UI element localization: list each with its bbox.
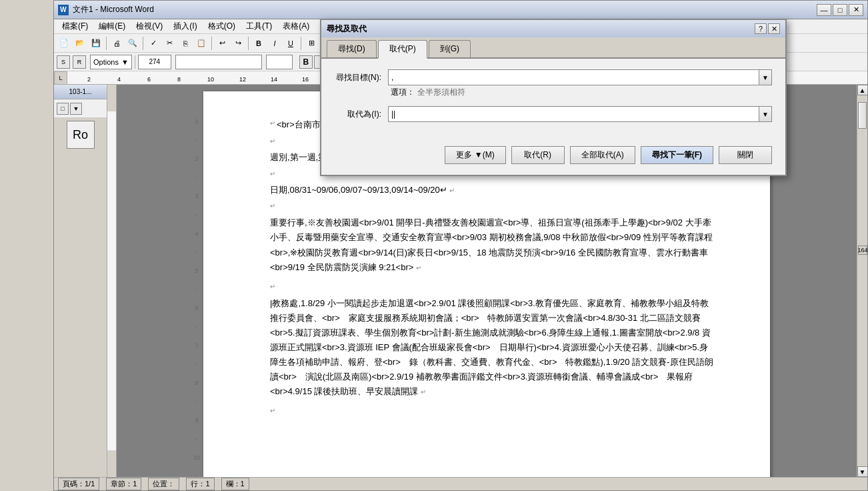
left-toolbar-icon2[interactable]: ▼ — [70, 103, 82, 115]
replace-all-button[interactable]: 全部取代(A) — [570, 146, 635, 164]
close-button[interactable]: ✕ — [849, 4, 863, 16]
separator-5 — [301, 37, 301, 50]
left-large-icon[interactable]: Ro — [67, 121, 95, 149]
para-5: 日期,08/31~09/06,09/07~09/13,09/14~09/20↵ … — [270, 183, 717, 197]
copy-button[interactable]: ⎘ — [178, 36, 193, 51]
dialog-help-button[interactable]: ? — [755, 23, 767, 34]
find-replace-dialog: 尋找及取代 ? ✕ 尋找(D) 取代(P) 到(G) 尋找目標(N): ▼ — [320, 19, 787, 176]
replace-label: 取代為(I): — [335, 106, 388, 120]
scroll-right-indicator: 164 — [858, 246, 867, 255]
more-button[interactable]: 更多 ▼(M) — [445, 146, 505, 164]
find-next-button[interactable]: 尋找下一筆(F) — [641, 146, 713, 164]
option-value: 全半形須相符 — [417, 87, 465, 98]
left-panel-top: 103-1... — [54, 85, 107, 99]
title-bar: W 文件1 - Microsoft Word — □ ✕ — [54, 1, 867, 19]
menu-edit[interactable]: 編輯(E) — [93, 19, 131, 33]
para-6: ↵ — [270, 201, 717, 211]
find-dropdown-arrow[interactable]: ▼ — [759, 69, 772, 85]
bold-btn2[interactable]: B — [299, 55, 313, 69]
print-button[interactable]: 🖨 — [109, 36, 124, 51]
close-dialog-button[interactable]: 關閉 — [719, 146, 772, 164]
preview-button[interactable]: 🔍 — [125, 36, 140, 51]
ruler-mark-14: 14 — [271, 76, 277, 83]
scroll-track[interactable] — [857, 95, 867, 466]
scroll-up-button[interactable]: ▲ — [857, 85, 868, 95]
replace-input[interactable] — [388, 106, 759, 122]
word-icon: W — [58, 5, 69, 15]
dialog-close-button[interactable]: ✕ — [768, 23, 780, 34]
separator-4 — [248, 37, 249, 50]
ruler-mark-12: 12 — [239, 76, 246, 83]
left-panel-toolbar: □ ▼ — [54, 99, 107, 118]
cut-button[interactable]: ✂ — [162, 36, 177, 51]
open-button[interactable]: 📂 — [73, 36, 87, 51]
para-7: 重要行事,※友善校園週<br>9/01 開學日-典禮暨友善校園週宣<br>導、祖… — [270, 215, 717, 274]
dialog-title-bar: 尋找及取代 ? ✕ — [321, 20, 785, 37]
menu-tools[interactable]: 工具(T) — [241, 19, 277, 33]
undo-button[interactable]: ↩ — [215, 36, 229, 51]
spell-button[interactable]: ✓ — [146, 36, 161, 51]
menu-insert[interactable]: 插入(I) — [168, 19, 202, 33]
maximize-button[interactable]: □ — [833, 4, 847, 16]
left-toolbar-icon1[interactable]: □ — [57, 103, 69, 115]
italic-button[interactable]: I — [267, 36, 282, 51]
redo-button[interactable]: ↪ — [231, 36, 245, 51]
font-name[interactable] — [175, 55, 262, 69]
ruler-mark-4: 4 — [117, 76, 121, 83]
option-label: 選項： — [391, 87, 415, 98]
menu-view[interactable]: 檢視(V) — [131, 19, 168, 33]
menu-file[interactable]: 檔案(F) — [57, 19, 93, 33]
separator-1 — [106, 37, 107, 50]
ruler-mark-10: 10 — [207, 76, 214, 83]
scroll-thumb[interactable] — [858, 102, 867, 129]
left-panel-icons: Ro — [54, 118, 107, 477]
ruler-tab[interactable]: L — [54, 71, 67, 85]
tab-goto[interactable]: 到(G) — [429, 40, 471, 57]
status-section: 章節：1 — [106, 478, 141, 490]
vertical-scrollbar: ▲ ▼ 164 — [857, 85, 867, 477]
ruler-mark-6: 6 — [147, 76, 151, 83]
ruler-mark-16: 16 — [302, 76, 309, 83]
paste-button[interactable]: 📋 — [194, 36, 209, 51]
replace-input-wrap: ▼ — [388, 106, 772, 122]
font-size[interactable] — [266, 55, 293, 69]
tab-replace[interactable]: 取代(P) — [378, 40, 427, 59]
find-label: 尋找目標(N): — [335, 69, 388, 83]
status-bar: 頁碼：1/1 章節：1 位置： 行：1 欄：1 — [54, 477, 867, 490]
find-input-group: ▼ — [388, 69, 772, 85]
underline-button[interactable]: U — [283, 36, 298, 51]
options-dropdown[interactable]: Options ▼ — [90, 55, 132, 69]
replace-button[interactable]: 取代(R) — [511, 146, 565, 164]
find-row: 尋找目標(N): ▼ 選項： 全半形須相符 — [335, 69, 772, 98]
table-icon[interactable]: ⊞ — [304, 36, 319, 51]
para-10: ↵ — [270, 406, 717, 416]
format-icon2[interactable]: R — [73, 55, 86, 69]
replace-dropdown-arrow[interactable]: ▼ — [759, 106, 772, 122]
dialog-tabs: 尋找(D) 取代(P) 到(G) — [321, 37, 785, 59]
find-input[interactable] — [388, 69, 759, 85]
dialog-title-text: 尋找及取代 — [327, 23, 755, 35]
save-button[interactable]: 💾 — [89, 36, 103, 51]
status-page: 頁碼：1/1 — [58, 478, 99, 490]
title-bar-buttons: — □ ✕ — [817, 4, 863, 16]
vertical-ruler-inner — [107, 111, 116, 450]
dialog-title-buttons: ? ✕ — [755, 23, 780, 34]
bold-button[interactable]: B — [251, 36, 266, 51]
format-icon[interactable]: S — [57, 55, 70, 69]
menu-format[interactable]: 格式(O) — [203, 19, 241, 33]
scroll-down-button[interactable]: ▼ — [857, 466, 868, 477]
menu-table[interactable]: 表格(A) — [277, 19, 315, 33]
dialog-body: 尋找目標(N): ▼ 選項： 全半形須相符 取代為(I): — [321, 59, 785, 141]
new-button[interactable]: 📄 — [57, 36, 71, 51]
vertical-ruler — [107, 85, 117, 477]
dialog-footer: 更多 ▼(M) 取代(R) 全部取代(A) 尋找下一筆(F) 關閉 — [321, 141, 785, 175]
para-9: |教務處,1.8/29 小一閱讀起步走加退選<br>2.9/01 課後照顧開課<… — [270, 296, 717, 400]
tab-find[interactable]: 尋找(D) — [327, 40, 377, 57]
minimize-button[interactable]: — — [817, 4, 831, 16]
status-col: 欄：1 — [221, 478, 249, 490]
option-row: 選項： 全半形須相符 — [391, 87, 772, 98]
replace-input-group: ▼ — [388, 106, 772, 122]
ruler-mark-8: 8 — [177, 76, 181, 83]
zoom-display: 274 — [138, 55, 171, 69]
left-panel-body: Ro — [54, 118, 107, 477]
